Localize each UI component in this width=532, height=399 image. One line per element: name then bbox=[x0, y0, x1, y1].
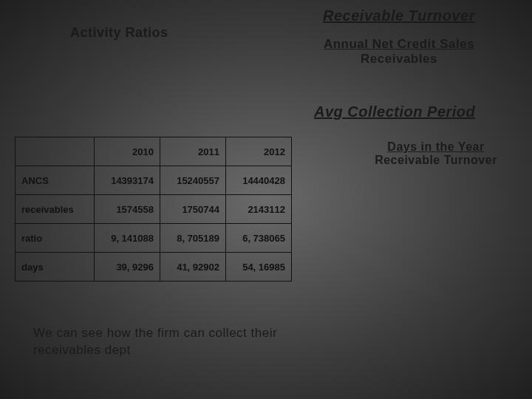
cell: 9, 141088 bbox=[95, 224, 160, 253]
table-row: receivables 1574558 1750744 2143112 bbox=[16, 195, 292, 224]
acp-formula-numerator: Days in the Year bbox=[387, 140, 484, 153]
year-header: 2012 bbox=[226, 137, 292, 166]
receivable-turnover-title: Receivable Turnover bbox=[281, 7, 517, 24]
acp-formula-denominator: Receivable Turnover bbox=[375, 154, 497, 166]
cell: 54, 16985 bbox=[226, 253, 292, 282]
cell: 14440428 bbox=[226, 166, 292, 195]
slide: Activity Ratios Receivable Turnover Annu… bbox=[0, 0, 532, 399]
rt-formula-denominator: Receivables bbox=[281, 52, 517, 66]
year-header: 2011 bbox=[160, 137, 226, 166]
cell: 15240557 bbox=[160, 166, 226, 195]
row-label: ANCS bbox=[16, 166, 95, 195]
row-label: ratio bbox=[16, 224, 95, 253]
row-label: receivables bbox=[16, 195, 95, 224]
table-header-row: 2010 2011 2012 bbox=[16, 137, 292, 166]
cell: 2143112 bbox=[226, 195, 292, 224]
data-table: 2010 2011 2012 ANCS 14393174 15240557 14… bbox=[15, 137, 292, 282]
cell: 8, 705189 bbox=[160, 224, 226, 253]
cell: 39, 9296 bbox=[95, 253, 160, 282]
left-heading: Activity Ratios bbox=[70, 25, 168, 41]
conclusion-text: We can see how the firm can collect thei… bbox=[33, 325, 307, 359]
cell: 1750744 bbox=[160, 195, 226, 224]
table-row: days 39, 9296 41, 92902 54, 16985 bbox=[16, 253, 292, 282]
year-header: 2010 bbox=[95, 137, 160, 166]
rt-formula-numerator: Annual Net Credit Sales bbox=[281, 38, 517, 52]
row-label: days bbox=[16, 253, 95, 282]
table-row: ratio 9, 141088 8, 705189 6, 738065 bbox=[16, 224, 292, 253]
cell: 6, 738065 bbox=[226, 224, 292, 253]
cell: 14393174 bbox=[95, 166, 160, 195]
acp-formula: Days in the Year Receivable Turnover bbox=[347, 140, 525, 167]
right-heading-block: Receivable Turnover Annual Net Credit Sa… bbox=[281, 7, 517, 66]
avg-collection-period-title: Avg Collection Period bbox=[314, 103, 475, 120]
table-corner-cell bbox=[16, 137, 95, 166]
cell: 41, 92902 bbox=[160, 253, 226, 282]
cell: 1574558 bbox=[95, 195, 160, 224]
table-row: ANCS 14393174 15240557 14440428 bbox=[16, 166, 292, 195]
